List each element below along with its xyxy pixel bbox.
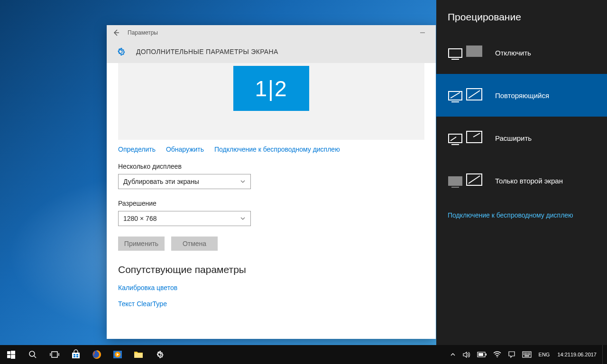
taskbar-app-settings[interactable]	[149, 345, 170, 364]
svg-rect-10	[7, 355, 10, 358]
media-player-icon	[112, 349, 123, 360]
svg-rect-11	[11, 355, 15, 359]
svg-point-12	[29, 351, 35, 356]
volume-icon	[462, 351, 470, 359]
tray-battery-button[interactable]	[474, 345, 490, 364]
project-item-label: Только второй экран	[495, 177, 563, 185]
start-button[interactable]	[0, 345, 22, 364]
multiple-displays-value: Дублировать эти экраны	[123, 178, 199, 185]
monitor-tile[interactable]: 1|2	[233, 66, 309, 111]
taskbar: ENG 14:21 19.06.2017	[0, 345, 607, 364]
svg-rect-34	[526, 354, 527, 355]
resolution-select[interactable]: 607 × 364	[118, 211, 251, 226]
svg-rect-0	[449, 49, 462, 57]
second-only-icon	[448, 172, 484, 189]
taskbar-date: 19.06.2017	[570, 352, 597, 358]
apply-cancel-row: Применить Отмена	[118, 237, 424, 251]
disconnect-icon	[448, 44, 484, 61]
svg-rect-17	[74, 356, 75, 357]
tray-network-button[interactable]	[490, 345, 505, 364]
taskbar-app-file-explorer[interactable]	[128, 345, 149, 364]
project-item-label: Отключить	[495, 49, 531, 57]
project-item-disconnect[interactable]: Отключить	[436, 31, 607, 74]
gear-icon	[115, 46, 126, 57]
svg-rect-36	[529, 354, 530, 355]
project-item-duplicate[interactable]: Повторяющийся	[436, 74, 607, 117]
svg-rect-16	[76, 354, 78, 355]
page-title: ДОПОЛНИТЕЛЬНЫЕ ПАРАМЕТРЫ ЭКРАНА	[136, 48, 278, 55]
svg-rect-4	[449, 134, 462, 143]
duplicate-icon	[448, 87, 484, 104]
svg-rect-35	[528, 354, 529, 355]
task-view-icon	[50, 351, 59, 358]
related-settings-title: Сопутствующие параметры	[118, 264, 424, 275]
multiple-displays-group: Несколько дисплеев Дублировать эти экран…	[118, 163, 424, 189]
display-links-row: Определить Обнаружить Подключение к бесп…	[118, 140, 424, 163]
resolution-group: Разрешение 607 × 364	[118, 200, 424, 226]
apply-button[interactable]: Применить	[118, 237, 165, 251]
minimize-button[interactable]	[413, 25, 432, 40]
action-center-icon	[508, 351, 515, 358]
tray-volume-button[interactable]	[459, 345, 474, 364]
search-button[interactable]	[22, 345, 44, 364]
task-view-button[interactable]	[44, 345, 65, 364]
project-item-second-only[interactable]: Только второй экран	[436, 159, 607, 202]
show-desktop-button[interactable]	[602, 345, 605, 364]
project-panel-title: Проецирование	[436, 0, 607, 31]
wifi-icon	[493, 351, 501, 358]
svg-rect-9	[11, 351, 15, 355]
gear-icon	[155, 350, 164, 359]
language-indicator[interactable]: ENG	[535, 345, 554, 364]
firefox-icon	[92, 349, 102, 360]
svg-rect-24	[478, 353, 483, 356]
multiple-displays-select[interactable]: Дублировать эти экраны	[118, 174, 251, 189]
wireless-display-link[interactable]: Подключение к беспроводному дисплею	[214, 146, 340, 153]
identify-link[interactable]: Определить	[118, 146, 156, 153]
settings-window: Параметры ДОПОЛНИТЕЛЬНЫЕ ПАРАМЕТРЫ ЭКРАН…	[107, 25, 436, 339]
project-item-extend[interactable]: Расширить	[436, 117, 607, 159]
settings-header: ДОПОЛНИТЕЛЬНЫЕ ПАРАМЕТРЫ ЭКРАНА	[107, 40, 436, 63]
svg-rect-29	[526, 353, 527, 354]
svg-rect-23	[486, 354, 487, 355]
settings-body: 1|2 Определить Обнаружить Подключение к …	[107, 63, 436, 339]
taskbar-app-firefox[interactable]	[86, 345, 107, 364]
keyboard-icon	[522, 351, 532, 358]
project-item-label: Расширить	[495, 134, 532, 142]
tray-chevron-button[interactable]	[447, 345, 459, 364]
window-title: Параметры	[128, 29, 158, 36]
battery-icon	[477, 352, 487, 357]
svg-rect-30	[528, 353, 529, 354]
windows-icon	[7, 351, 15, 359]
tray-action-center-button[interactable]	[505, 345, 519, 364]
minimize-icon	[420, 30, 425, 36]
svg-rect-33	[525, 354, 526, 355]
svg-rect-18	[76, 356, 78, 357]
cleartype-link[interactable]: Текст ClearType	[118, 300, 424, 308]
taskbar-app-media-player[interactable]	[107, 345, 128, 364]
svg-rect-15	[74, 354, 75, 355]
svg-point-25	[497, 356, 497, 357]
arrow-left-icon	[112, 29, 120, 36]
detect-link[interactable]: Обнаружить	[166, 146, 204, 153]
settings-titlebar[interactable]: Параметры	[107, 25, 436, 40]
color-calibration-link[interactable]: Калибровка цветов	[118, 284, 424, 291]
svg-rect-1	[467, 46, 482, 56]
tray-keyboard-button[interactable]	[519, 345, 535, 364]
svg-rect-6	[449, 177, 462, 185]
svg-rect-32	[524, 354, 524, 355]
cancel-button[interactable]: Отмена	[171, 237, 218, 251]
project-panel: Проецирование Отключить Повторяющийся Ра…	[436, 0, 607, 345]
svg-rect-27	[524, 353, 524, 354]
search-icon	[28, 350, 37, 359]
extend-icon	[448, 129, 484, 146]
taskbar-app-store[interactable]	[65, 345, 86, 364]
taskbar-clock[interactable]: 14:21 19.06.2017	[553, 345, 600, 364]
svg-rect-13	[52, 352, 57, 357]
project-wireless-link[interactable]: Подключение к беспроводному дисплею	[436, 202, 607, 228]
svg-rect-14	[72, 353, 80, 358]
svg-rect-37	[524, 355, 529, 356]
back-button[interactable]	[110, 27, 122, 38]
resolution-label: Разрешение	[118, 200, 424, 207]
multiple-displays-label: Несколько дисплеев	[118, 163, 424, 170]
taskbar-time: 14:21	[557, 352, 570, 358]
